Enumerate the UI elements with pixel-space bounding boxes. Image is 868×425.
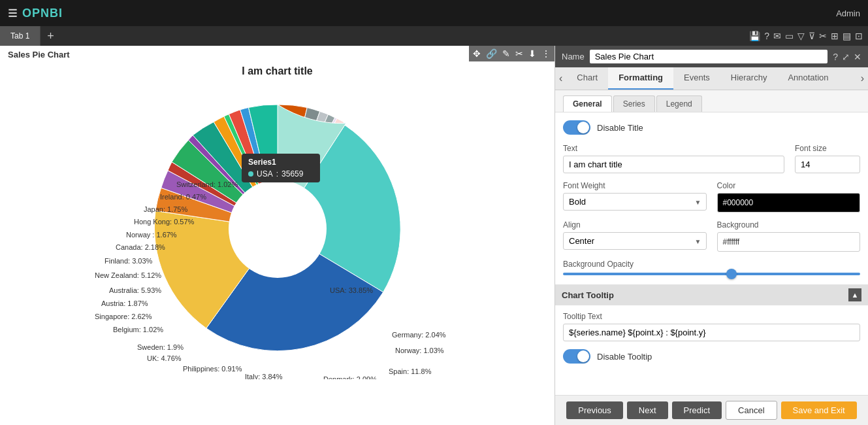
label-denmark: Denmark: 2.09% <box>323 375 377 379</box>
icon-save[interactable]: 💾 <box>749 31 760 41</box>
tab-add-button[interactable]: + <box>40 29 61 43</box>
align-select-wrapper: Center Left Right <box>563 232 707 250</box>
tab-chart[interactable]: Chart <box>566 67 608 90</box>
panel-header-icons: ? ⤢ ✕ <box>833 52 861 62</box>
icon-help[interactable]: ? <box>764 31 769 41</box>
label-italy: Italy: 3.84% <box>245 373 283 379</box>
icon-grid[interactable]: ⊞ <box>831 31 839 41</box>
section-collapse-icon[interactable]: ▲ <box>848 288 861 301</box>
toolbar-link-icon[interactable]: 🔗 <box>486 48 497 59</box>
label-norway: Norway: 1.03% <box>395 347 444 354</box>
disable-tooltip-row: Disable Tooltip <box>563 349 860 364</box>
chart-tooltip-section-label: Chart Tooltip <box>562 290 614 300</box>
label-austria: Austria: 1.87% <box>101 299 148 307</box>
panel-next-nav[interactable]: › <box>857 67 868 90</box>
icon-filter1[interactable]: ▽ <box>797 31 805 41</box>
tooltip-toggle-knob <box>577 350 589 362</box>
panel-tabs: ‹ Chart Formatting Events Hierarchy Anno… <box>555 67 868 90</box>
color-label: Color <box>717 181 861 190</box>
sub-tab-legend[interactable]: Legend <box>656 95 702 112</box>
tooltip-separator: : <box>276 169 278 178</box>
opacity-thumb[interactable] <box>726 269 737 279</box>
resize-icon[interactable]: ⤢ <box>842 52 850 62</box>
panel-footer: Previous Next Predict Cancel Save and Ex… <box>555 395 868 425</box>
opacity-track[interactable] <box>563 273 860 275</box>
chart-title: I am chart title <box>0 65 555 77</box>
save-exit-button[interactable]: Save and Exit <box>781 401 857 419</box>
icon-filter2[interactable]: ⊽ <box>809 31 815 41</box>
label-switzerland: Switzerland: 1.02% <box>176 180 238 188</box>
tooltip-dot <box>248 171 253 177</box>
icon-export[interactable]: ⊡ <box>855 31 863 41</box>
close-icon[interactable]: ✕ <box>854 52 861 62</box>
tab-toolbar-icons: 💾 ? ✉ ▭ ▽ ⊽ ✂ ⊞ ▤ ⊡ <box>749 31 868 41</box>
name-input[interactable] <box>590 50 828 63</box>
admin-label: Admin <box>836 8 860 18</box>
chart-page-title: Sales Pie Chart <box>0 46 78 63</box>
toolbar-edit-icon[interactable]: ✎ <box>502 48 510 59</box>
background-group: Background #ffffff <box>717 220 861 252</box>
next-button[interactable]: Next <box>627 401 668 419</box>
tab-events[interactable]: Events <box>673 67 720 90</box>
logo-text: OPNBI <box>22 7 63 20</box>
cancel-button[interactable]: Cancel <box>726 401 777 420</box>
logo-area: ☰ OPNBI <box>8 7 63 20</box>
toolbar-cut-icon[interactable]: ✂ <box>515 48 523 59</box>
background-swatch[interactable]: #ffffff <box>717 232 861 252</box>
tab-1[interactable]: Tab 1 <box>0 26 40 46</box>
align-group: Align Center Left Right <box>563 220 707 252</box>
label-hk: Hong Kong: 0.57% <box>134 218 195 226</box>
label-japan: Japan: 1.75% <box>144 205 187 213</box>
background-label: Background <box>717 220 861 230</box>
tooltip-row: USA : 35659 <box>248 169 313 178</box>
text-label: Text <box>563 144 784 153</box>
panel-body: Disable Title Text Font size Font Weight <box>555 112 868 395</box>
disable-title-row: Disable Title <box>563 120 860 135</box>
align-select[interactable]: Center Left Right <box>563 232 707 250</box>
sub-tab-general[interactable]: General <box>563 95 612 112</box>
predict-button[interactable]: Predict <box>672 401 722 419</box>
help-icon[interactable]: ? <box>833 52 838 62</box>
disable-title-label: Disable Title <box>597 123 643 133</box>
label-ireland: Ireland: 0.47% <box>160 193 206 201</box>
menu-icon[interactable]: ☰ <box>8 7 17 20</box>
label-sweden: Sweden: 1.9% <box>137 343 184 351</box>
tooltip-value: 35659 <box>281 169 303 178</box>
label-finland: Finland: 3.03% <box>104 257 153 265</box>
disable-tooltip-toggle[interactable] <box>563 349 590 364</box>
panel-prev-nav[interactable]: ‹ <box>555 67 566 90</box>
icon-scissors[interactable]: ✂ <box>819 31 827 41</box>
text-input[interactable] <box>563 156 784 173</box>
tab-annotation[interactable]: Annotation <box>777 67 839 90</box>
opacity-slider-container: Background Opacity <box>563 260 860 275</box>
tooltip-text-label: Tooltip Text <box>563 312 860 321</box>
label-ph: Philippines: 0.91% <box>183 365 242 373</box>
fontweight-select[interactable]: Bold Normal Light <box>563 193 707 211</box>
toolbar-move-icon[interactable]: ✥ <box>473 48 481 59</box>
toolbar-more-icon[interactable]: ⋮ <box>541 48 551 59</box>
sub-tab-series[interactable]: Series <box>613 95 655 112</box>
panel-header: Name ? ⤢ ✕ <box>555 46 868 67</box>
label-usa: USA: 33.85% <box>330 286 373 294</box>
pie-chart-container: USA: 33.85% France: 10.53% Spain: 11.8% … <box>75 78 480 392</box>
label-germany: Germany: 2.04% <box>392 331 446 339</box>
text-group: Text <box>563 144 784 173</box>
icon-layout[interactable]: ▤ <box>843 31 851 41</box>
tooltip-text-group: Tooltip Text <box>563 312 860 341</box>
main-area: Sales Pie Chart ✥ 🔗 ✎ ✂ ⬇ ⋮ I am chart t… <box>0 46 868 425</box>
icon-window[interactable]: ▭ <box>785 31 794 41</box>
fontsize-input[interactable] <box>795 156 860 173</box>
tab-formatting[interactable]: Formatting <box>608 67 673 90</box>
tab-hierarchy[interactable]: Hierarchy <box>720 67 778 90</box>
icon-mail[interactable]: ✉ <box>773 31 781 41</box>
color-swatch[interactable]: #000000 <box>717 193 861 212</box>
toolbar-download-icon[interactable]: ⬇ <box>528 48 536 59</box>
previous-button[interactable]: Previous <box>566 401 623 419</box>
label-nz: New Zealand: 5.12% <box>95 271 161 279</box>
tooltip-text-input[interactable] <box>563 324 860 341</box>
fontsize-group: Font size <box>795 144 860 173</box>
label-australia: Australia: 5.93% <box>109 286 161 294</box>
right-panel: Name ? ⤢ ✕ ‹ Chart Formatting Events Hie… <box>555 46 868 425</box>
disable-title-toggle[interactable] <box>563 120 590 135</box>
chart-tooltip: Series1 USA : 35659 <box>242 154 320 182</box>
